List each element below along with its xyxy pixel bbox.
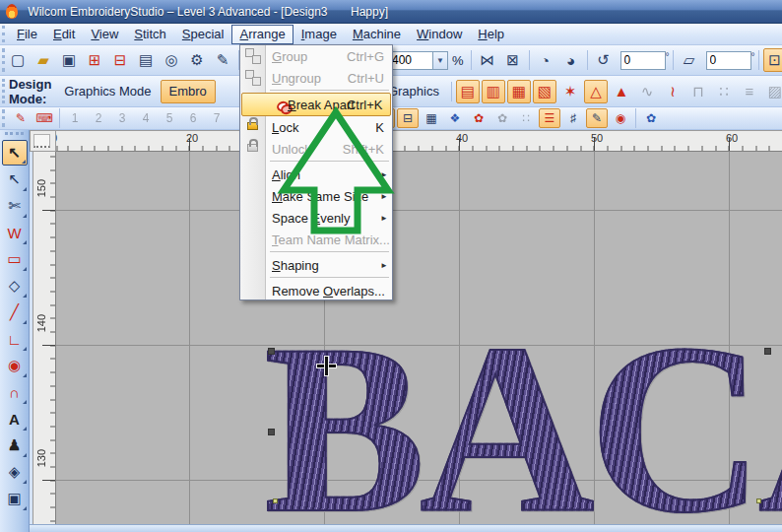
save-design-button[interactable]: ▣ (57, 48, 81, 72)
rotate-free-button[interactable]: ↺ (592, 48, 616, 72)
menuitem-ungroup[interactable]: Ungroup Ctrl+U (240, 67, 392, 89)
menubar-grip[interactable] (2, 26, 9, 42)
hotkey-1-button[interactable]: 1 (64, 108, 86, 128)
hotkey-3-button[interactable]: 3 (111, 108, 133, 128)
hotkey-2-button[interactable]: 2 (88, 108, 109, 128)
knife-tool[interactable]: ✄ (2, 193, 28, 219)
menuitem-space-evenly[interactable]: Space Evenly ► (240, 207, 392, 229)
hotkey-4-button[interactable]: 4 (135, 108, 157, 128)
stemstitch-button[interactable]: ▨ (763, 80, 782, 103)
tatami-stitch-button[interactable]: ▥ (482, 80, 505, 103)
lettering-tool[interactable]: A (2, 406, 28, 432)
toolbar3-grip[interactable] (2, 109, 9, 127)
rotate-value-input[interactable] (620, 51, 666, 70)
show-hoop-button[interactable]: ⊡ (763, 48, 782, 72)
skew-button[interactable]: ▱ (678, 48, 701, 72)
selection-handle[interactable] (764, 348, 771, 355)
lettering-w-tool[interactable]: W (2, 220, 28, 245)
thread-colors-button[interactable]: ✿ (468, 108, 489, 128)
rotate-cw-button[interactable]: ◕ (559, 48, 583, 72)
keyboard-design-button[interactable]: ⌨ (33, 108, 55, 128)
menuitem-team-name-matrix[interactable]: Team Name Matrix... (240, 229, 392, 250)
menuitem-group[interactable]: Group Ctrl+G (240, 45, 392, 67)
menu-arrange[interactable]: Arrange (231, 25, 293, 44)
background-button[interactable]: ▦ (421, 108, 442, 128)
menu-special[interactable]: Special (174, 25, 232, 44)
menu-machine[interactable]: Machine (345, 25, 409, 44)
design-canvas[interactable]: BACA (56, 152, 782, 524)
fusion-fill-button[interactable]: ▲ (610, 80, 633, 103)
print-preview-button[interactable]: ◎ (160, 48, 183, 72)
menu-help[interactable]: Help (470, 25, 512, 44)
menu-view[interactable]: View (83, 25, 126, 44)
overview-window-button[interactable]: ✎ (586, 108, 608, 128)
branching-button[interactable]: ✿ (640, 108, 662, 128)
backstitch-button[interactable]: ≡ (738, 80, 761, 103)
bird-view-button[interactable]: ❖ (444, 108, 466, 128)
skew-value-input[interactable] (706, 51, 751, 70)
menuitem-unlock[interactable]: Unlock Shift+K (240, 138, 392, 160)
hotkey-7-button[interactable]: 7 (206, 108, 228, 128)
fancy-fill-button[interactable]: ▧ (533, 80, 556, 103)
mirror-horizontal-button[interactable]: ⋈ (476, 48, 499, 72)
run-stitch-button[interactable]: ⊓ (686, 80, 710, 103)
line-tool[interactable]: ╱ (2, 299, 28, 325)
border-tool[interactable]: ▣ (2, 486, 28, 511)
menu-window[interactable]: Window (409, 25, 470, 44)
star-fill-button[interactable]: ✶ (558, 80, 582, 103)
palette-grip[interactable] (5, 132, 24, 138)
polyline-tool[interactable]: ∟ (2, 326, 28, 352)
select-tool[interactable]: ↖ (2, 140, 28, 166)
shape-edit-tool[interactable]: ▭ (2, 246, 28, 272)
motif-run-button[interactable]: ∷ (712, 80, 736, 103)
selection-handle[interactable] (268, 429, 275, 435)
lettering-list-button[interactable]: ✎ (10, 108, 32, 128)
menu-file[interactable]: File (9, 25, 45, 44)
open-design-button[interactable]: ▰ (32, 48, 55, 72)
print-button[interactable]: ▤ (134, 48, 158, 72)
toolbar1-grip[interactable] (2, 48, 5, 72)
new-design-button[interactable]: ▢ (6, 48, 30, 72)
hotkey-6-button[interactable]: 6 (182, 108, 204, 128)
stitch-machine-button[interactable]: ⚙ (185, 48, 209, 72)
menuitem-make-same-size[interactable]: Make Same Size ► (240, 185, 392, 207)
flower-button[interactable]: ✿ (491, 108, 513, 128)
horizontal-scrollbar[interactable] (30, 524, 782, 532)
motif-fill-button[interactable]: ▦ (507, 80, 531, 103)
ruler-origin-box[interactable] (30, 130, 56, 152)
stitch-cursor-button[interactable]: ◉ (610, 108, 631, 128)
menuitem-align[interactable]: Align ► (240, 164, 392, 185)
zigzag-stitch-button[interactable]: ∿ (635, 80, 659, 103)
mirror-vertical-button[interactable]: ⊠ (501, 48, 525, 72)
menu-edit[interactable]: Edit (45, 25, 83, 44)
toolbar2-grip[interactable] (2, 79, 5, 103)
embroidery-mode-button[interactable]: Embro (161, 80, 216, 103)
menuitem-lock[interactable]: Lock K (240, 116, 392, 138)
circle-tool[interactable]: ◉ (2, 353, 28, 378)
zoom-input[interactable] (388, 51, 433, 70)
stitch-dots-button[interactable]: ∷ (515, 108, 537, 128)
team-names-tool[interactable]: ♟ (2, 432, 28, 458)
color-film-button[interactable]: ☰ (539, 108, 560, 128)
skew-degree-button[interactable]: ° (751, 51, 755, 69)
reshape-tool[interactable]: ↖ (2, 166, 28, 192)
reshape-object-tool[interactable]: ◇ (2, 273, 28, 299)
hoop-layout-button[interactable]: ♯ (562, 108, 584, 128)
show-rulers-button[interactable]: ⊟ (397, 108, 419, 128)
menuitem-break-apart[interactable]: Break Apart Ctrl+K (240, 93, 392, 116)
rotate-degree-button[interactable]: ° (666, 51, 670, 69)
design-properties-button[interactable]: ⊞ (83, 48, 106, 72)
zoom-dropdown-arrow[interactable]: ▼ (433, 51, 448, 70)
satin-stitch-button[interactable]: ▤ (456, 80, 480, 103)
graphics-mode-button[interactable]: Graphics Mode (55, 80, 160, 103)
selection-handle[interactable] (268, 348, 275, 355)
embroidery-lettering-object[interactable]: BACA (264, 307, 782, 524)
menuitem-remove-overlaps[interactable]: Remove Overlaps... (240, 280, 392, 301)
monogram-tool[interactable]: ◈ (2, 459, 28, 485)
menu-stitch[interactable]: Stitch (126, 25, 174, 44)
hotkey-5-button[interactable]: 5 (159, 108, 180, 128)
rotate-ccw-button[interactable]: ◔ (534, 48, 557, 72)
arc-tool[interactable]: ∩ (2, 379, 28, 405)
punch-tool-button[interactable]: ✎ (211, 48, 234, 72)
menuitem-shaping[interactable]: Shaping ► (240, 254, 392, 276)
